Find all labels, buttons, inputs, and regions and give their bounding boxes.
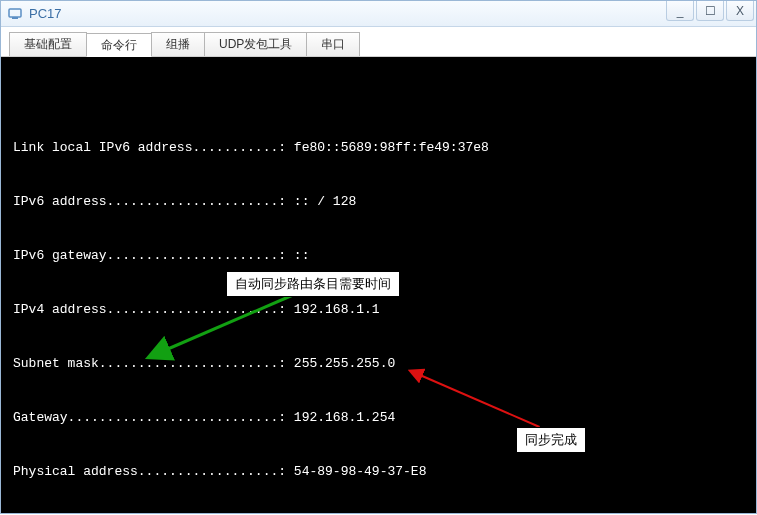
term-line: Physical address..................: 54-8… [13, 463, 744, 481]
svg-rect-0 [9, 9, 21, 17]
app-window: PC17 _ ☐ X 基础配置 命令行 组播 UDP发包工具 串口 Link l… [0, 0, 757, 514]
term-line: Link local IPv6 address...........: fe80… [13, 139, 744, 157]
term-line: IPv6 gateway......................: :: [13, 247, 744, 265]
svg-rect-1 [12, 17, 18, 19]
tab-cli[interactable]: 命令行 [86, 33, 152, 57]
tab-serial[interactable]: 串口 [306, 32, 360, 56]
annotation-done: 同步完成 [516, 427, 586, 453]
titlebar[interactable]: PC17 _ ☐ X [1, 1, 756, 27]
window-title: PC17 [29, 6, 62, 21]
tab-multicast[interactable]: 组播 [151, 32, 205, 56]
window-controls: _ ☐ X [666, 1, 754, 21]
annotation-sync: 自动同步路由条目需要时间 [226, 271, 400, 297]
minimize-button[interactable]: _ [666, 1, 694, 21]
term-line: Subnet mask.......................: 255.… [13, 355, 744, 373]
tab-udp-tool[interactable]: UDP发包工具 [204, 32, 307, 56]
app-icon [7, 6, 23, 22]
close-button[interactable]: X [726, 1, 754, 21]
term-line: IPv4 address......................: 192.… [13, 301, 744, 319]
term-line: IPv6 address......................: :: /… [13, 193, 744, 211]
tab-bar: 基础配置 命令行 组播 UDP发包工具 串口 [1, 27, 756, 57]
maximize-button[interactable]: ☐ [696, 1, 724, 21]
terminal[interactable]: Link local IPv6 address...........: fe80… [1, 57, 756, 513]
term-line: Gateway...........................: 192.… [13, 409, 744, 427]
tab-basic-config[interactable]: 基础配置 [9, 32, 87, 56]
